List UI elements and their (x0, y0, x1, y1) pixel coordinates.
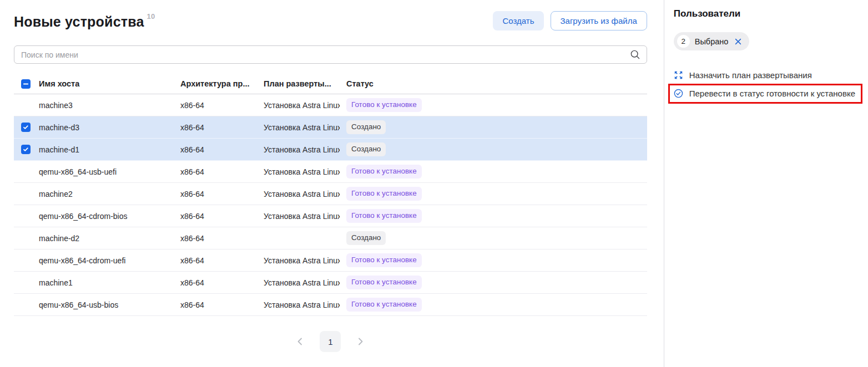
plan-cell: Установка Astra Linux (257, 190, 340, 198)
header-buttons: Создать Загрузить из файла (493, 11, 647, 30)
check-circle-icon (674, 89, 683, 98)
architecture-cell: x86-64 (174, 190, 257, 198)
bulk-actions: Назначить план развертывания Перевести в… (674, 68, 862, 104)
table-body: machine3x86-64Установка Astra LinuxГотов… (14, 94, 647, 316)
selection-chip[interactable]: 2 Выбрано (674, 32, 750, 50)
plan-cell: Установка Astra Linux (257, 123, 340, 132)
status-cell: Создано (340, 142, 423, 156)
architecture-cell: x86-64 (174, 278, 257, 287)
status-badge: Готово к установке (346, 253, 422, 267)
clear-selection-icon[interactable] (734, 38, 742, 45)
plan-cell: Установка Astra Linux (257, 300, 340, 309)
architecture-cell: x86-64 (174, 101, 257, 110)
table-row[interactable]: machine-d2x86-64Создано (14, 227, 647, 249)
pagination: 1 (14, 331, 647, 352)
column-header-hostname[interactable]: Имя хоста (39, 79, 174, 88)
assign-plan-label: Назначить план развертывания (689, 70, 812, 80)
assign-plan-action[interactable]: Назначить план развертывания (674, 68, 812, 83)
table-row[interactable]: qemu-x86_64-usb-biosx86-64Установка Astr… (14, 294, 647, 316)
architecture-cell: x86-64 (174, 167, 257, 176)
table-row[interactable]: qemu-x86_64-usb-uefix86-64Установка Astr… (14, 161, 647, 183)
hostname-cell: qemu-x86_64-usb-uefi (39, 167, 174, 176)
table-row[interactable]: machine1x86-64Установка Astra LinuxГотов… (14, 272, 647, 294)
status-badge: Готово к установке (346, 209, 422, 223)
create-button[interactable]: Создать (493, 11, 543, 30)
plan-cell: Установка Astra Linux (257, 101, 340, 110)
table-row[interactable]: machine2x86-64Установка Astra LinuxГотов… (14, 183, 647, 205)
selection-label: Выбрано (695, 37, 729, 46)
selection-count: 2 (677, 35, 690, 48)
status-badge: Создано (346, 142, 386, 156)
status-cell: Создано (340, 120, 423, 134)
column-header-architecture[interactable]: Архитектура пр... (174, 79, 257, 88)
status-cell: Готово к установке (340, 165, 423, 179)
table-row[interactable]: qemu-x86_64-cdrom-uefix86-64Установка As… (14, 249, 647, 272)
status-cell: Готово к установке (340, 187, 423, 201)
status-cell: Готово к установке (340, 98, 423, 112)
table-row[interactable]: machine3x86-64Установка Astra LinuxГотов… (14, 94, 647, 116)
hostname-cell: qemu-x86_64-usb-bios (39, 300, 174, 309)
status-cell: Готово к установке (340, 209, 423, 223)
annotation-highlight-box: Перевести в статус готовности к установк… (668, 84, 862, 104)
hostname-cell: machine-d3 (39, 123, 174, 132)
page-number-button[interactable]: 1 (320, 331, 341, 352)
hostname-cell: machine-d1 (39, 145, 174, 154)
users-sidebar: Пользователи 2 Выбрано Назначить план ра… (664, 0, 868, 367)
status-cell: Готово к установке (340, 253, 423, 267)
column-header-plan[interactable]: План разверты... (257, 79, 340, 88)
status-badge: Готово к установке (346, 98, 422, 112)
plan-cell: Установка Astra Linux (257, 256, 340, 265)
architecture-cell: x86-64 (174, 234, 257, 243)
status-cell: Готово к установке (340, 298, 423, 312)
hostname-cell: qemu-x86_64-cdrom-uefi (39, 256, 174, 265)
search-icon[interactable] (630, 49, 640, 62)
hostname-cell: qemu-x86_64-cdrom-bios (39, 212, 174, 221)
status-badge: Создано (346, 120, 386, 134)
search-bar (14, 45, 647, 64)
row-checkbox[interactable] (21, 123, 31, 132)
plan-cell: Установка Astra Linux (257, 145, 340, 154)
architecture-cell: x86-64 (174, 212, 257, 221)
plan-cell: Установка Astra Linux (257, 278, 340, 287)
row-checkbox[interactable] (21, 145, 31, 154)
hostname-cell: machine-d2 (39, 234, 174, 243)
hostname-cell: machine3 (39, 101, 174, 110)
table-row[interactable]: qemu-x86_64-cdrom-biosx86-64Установка As… (14, 205, 647, 227)
select-all-cell (14, 79, 39, 89)
status-cell: Готово к установке (340, 276, 423, 289)
plan-cell: Установка Astra Linux (257, 167, 340, 176)
status-badge: Готово к установке (346, 298, 422, 312)
page-title-text: Новые устройства (14, 14, 144, 29)
architecture-cell: x86-64 (174, 256, 257, 265)
devices-panel: Новые устройства10 Создать Загрузить из … (0, 0, 664, 367)
select-all-checkbox[interactable] (21, 79, 31, 89)
row-checkbox-cell (14, 123, 39, 132)
set-ready-status-label: Перевести в статус готовности к установк… (689, 89, 855, 98)
table-row[interactable]: machine-d1x86-64Установка Astra LinuxСоз… (14, 139, 647, 161)
architecture-cell: x86-64 (174, 123, 257, 132)
page-title: Новые устройства10 (14, 12, 155, 30)
column-header-status[interactable]: Статус (340, 79, 423, 88)
architecture-cell: x86-64 (174, 300, 257, 309)
table-header-row: Имя хоста Архитектура пр... План разверт… (14, 74, 647, 94)
status-cell: Создано (340, 231, 423, 245)
status-badge: Готово к установке (346, 276, 422, 289)
table-row[interactable]: machine-d3x86-64Установка Astra LinuxСоз… (14, 116, 647, 139)
hostname-cell: machine2 (39, 190, 174, 198)
set-ready-status-action[interactable]: Перевести в статус готовности к установк… (674, 86, 855, 101)
search-input[interactable] (14, 45, 647, 64)
status-badge: Создано (346, 231, 386, 245)
status-badge: Готово к установке (346, 165, 422, 179)
upload-from-file-button[interactable]: Загрузить из файла (551, 11, 647, 30)
expand-arrows-icon (674, 70, 683, 80)
device-count-badge: 10 (147, 12, 155, 21)
previous-page-button[interactable] (295, 337, 305, 346)
next-page-button[interactable] (355, 337, 365, 346)
plan-cell: Установка Astra Linux (257, 212, 340, 221)
architecture-cell: x86-64 (174, 145, 257, 154)
row-checkbox-cell (14, 145, 39, 154)
hostname-cell: machine1 (39, 278, 174, 287)
status-badge: Готово к установке (346, 187, 422, 201)
app-window: Новые устройства10 Создать Загрузить из … (0, 0, 868, 367)
devices-table: Имя хоста Архитектура пр... План разверт… (14, 74, 647, 316)
